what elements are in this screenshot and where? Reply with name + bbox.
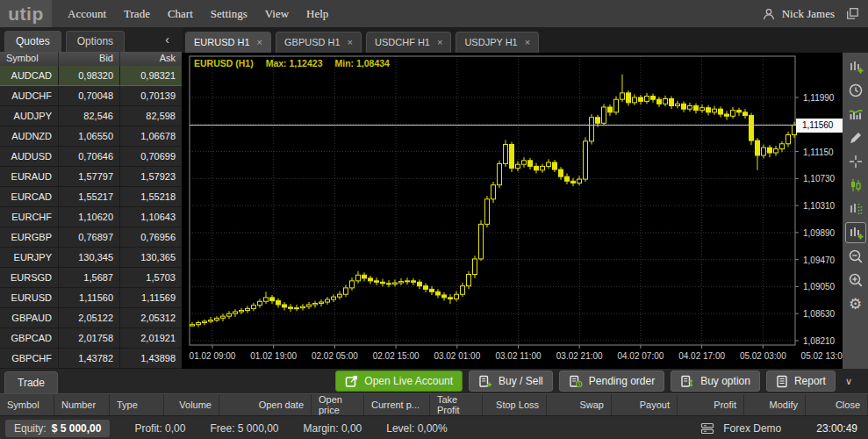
bars-view-icon (848, 201, 864, 217)
quote-row-eurgbp[interactable]: EURGBP0,768970,76956 (0, 227, 182, 248)
quote-row-eurusd[interactable]: EURUSD1,115601,11569 (0, 288, 182, 308)
quote-row-gbpchf[interactable]: GBPCHF1,437821,43898 (0, 349, 182, 369)
zoom-in-button[interactable] (845, 270, 866, 291)
symbol-cell: EURCHF (0, 207, 59, 227)
tab-quotes[interactable]: Quotes (4, 31, 61, 52)
menu-bar: utip AccountTradeChartSettingsViewHelp N… (0, 0, 868, 28)
server-time: 23:00:49 (816, 422, 857, 435)
quote-row-gbpaud[interactable]: GBPAUD2,051222,05312 (0, 308, 182, 328)
equity-label: Equity: (14, 422, 47, 435)
ask-cell: 1,5703 (120, 268, 182, 287)
crosshair-button[interactable] (845, 151, 866, 172)
menu-item-account[interactable]: Account (59, 7, 115, 21)
orders-column-symbol[interactable]: Symbol (0, 394, 54, 415)
time-axis-label: 04.02 17:00 (671, 351, 733, 361)
chart-tab-usdjpy[interactable]: USDJPY H1× (456, 32, 539, 53)
bid-cell: 1,55217 (59, 187, 120, 206)
time-axis-label: 02.02 05:00 (304, 351, 365, 361)
symbol-cell: AUDCHF (0, 86, 59, 105)
settings-button[interactable]: ⚙ (845, 293, 866, 314)
orders-column-payout[interactable]: Payout (612, 394, 678, 415)
quote-row-audjpy[interactable]: AUDJPY82,54682,598 (0, 106, 182, 126)
zoom-out-button[interactable] (845, 246, 866, 267)
close-tab-icon[interactable]: × (525, 32, 530, 53)
column-header-symbol[interactable]: Symbol (0, 52, 59, 66)
menu-item-view[interactable]: View (256, 7, 298, 21)
quote-row-audusd[interactable]: AUDUSD0,706460,70699 (0, 147, 182, 167)
trade-panel: Trade Open Live Account Buy / Sell Pendi… (0, 369, 868, 439)
chart-canvas[interactable]: EURUSD (H1)Max: 1,12423Min: 1,08434 1,11… (182, 53, 843, 369)
orders-column-number[interactable]: Number (54, 394, 110, 415)
indicators-button[interactable] (845, 104, 866, 125)
time-axis-label: 05.02 13:00 (793, 351, 843, 361)
quote-row-audchf[interactable]: AUDCHF0,700480,70139 (0, 86, 182, 106)
quote-row-audnzd[interactable]: AUDNZD1,065501,06678 (0, 126, 182, 147)
price-axis-label: 1,11990 (803, 93, 842, 103)
clock-icon (848, 83, 864, 98)
server-name[interactable]: Forex Demo (723, 422, 781, 435)
collapse-panel-icon[interactable]: ‹ (165, 33, 169, 46)
symbol-cell: EURAUD (0, 167, 59, 186)
chart-tab-label: EURUSD H1 (194, 32, 250, 53)
orders-column-type[interactable]: Type (110, 394, 164, 415)
menu-item-chart[interactable]: Chart (159, 7, 202, 21)
buy-sell-button[interactable]: Buy / Sell (469, 371, 553, 392)
time-axis-label: 04.02 07:00 (610, 351, 671, 361)
orders-column-close[interactable]: Close (806, 394, 868, 415)
chart-tab-gbpusd[interactable]: GBPUSD H1× (276, 32, 362, 53)
user-area[interactable]: Nick James (762, 7, 868, 21)
column-header-ask[interactable]: Ask (120, 52, 182, 66)
buy-option-button[interactable]: Buy option (671, 371, 760, 392)
orders-column-stop-loss[interactable]: Stop Loss (483, 394, 547, 415)
expand-panel-icon[interactable]: ∨ (842, 376, 859, 387)
time-axis-label: 03.02 21:00 (549, 351, 610, 361)
orders-column-modify[interactable]: Modify (744, 394, 806, 415)
chart-tab-bar: EURUSD H1×GBPUSD H1×USDCHF H1×USDJPY H1× (182, 27, 868, 53)
orders-column-volume[interactable]: Volume (164, 394, 219, 415)
candles-view-button[interactable] (845, 175, 866, 196)
price-axis-label: 1,08210 (803, 336, 842, 346)
price-axis-label: 1,08630 (803, 309, 842, 319)
tab-trade[interactable]: Trade (4, 371, 58, 393)
quote-row-gbpcad[interactable]: GBPCAD2,017582,01921 (0, 328, 182, 349)
orders-column-swap[interactable]: Swap (547, 394, 612, 415)
bars-view-button[interactable] (845, 198, 866, 220)
tab-options[interactable]: Options (66, 31, 125, 52)
chart-min-label: Min: 1,08434 (334, 58, 389, 68)
open-live-account-button[interactable]: Open Live Account (335, 371, 463, 392)
current-price-tag: 1,11560 (796, 119, 843, 133)
quote-row-eurcad[interactable]: EURCAD1,552171,55218 (0, 187, 182, 207)
orders-column-take-profit[interactable]: Take Profit (430, 394, 483, 415)
orders-column-open-price[interactable]: Open price (312, 394, 364, 415)
quote-row-euraud[interactable]: EURAUD1,577971,57923 (0, 167, 182, 187)
quote-row-eurjpy[interactable]: EURJPY130,345130,365 (0, 248, 182, 268)
column-header-bid[interactable]: Bid (59, 52, 120, 66)
close-tab-icon[interactable]: × (437, 32, 442, 53)
quote-row-eurchf[interactable]: EURCHF1,106201,10643 (0, 207, 182, 227)
orders-column-current-p[interactable]: Current p... (364, 394, 430, 415)
symbol-cell: EURSGD (0, 268, 59, 287)
active-chart-button[interactable] (845, 222, 866, 243)
chart-tab-usdchf[interactable]: USDCHF H1× (366, 32, 451, 53)
menu-item-trade[interactable]: Trade (115, 7, 159, 21)
quote-row-eursgd[interactable]: EURSGD1,56871,5703 (0, 268, 182, 288)
draw-button[interactable] (845, 127, 866, 148)
window-restore-icon[interactable] (846, 7, 859, 20)
status-bar: Equity: $ 5 000,00 Profit: 0,00 Free: 5 … (0, 415, 868, 439)
gear-icon: ⚙ (849, 297, 862, 312)
new-chart-button[interactable] (845, 56, 866, 77)
quote-row-audcad[interactable]: AUDCAD0,983200,98321 (0, 66, 182, 86)
new-chart-icon (848, 59, 864, 75)
bid-cell: 82,546 (59, 106, 120, 126)
orders-column-open-date[interactable]: Open date (219, 394, 312, 415)
pending-order-button[interactable]: Pending order (559, 371, 664, 392)
chart-tab-eurusd[interactable]: EURUSD H1× (185, 32, 271, 53)
menu-item-settings[interactable]: Settings (202, 7, 256, 21)
close-tab-icon[interactable]: × (257, 32, 262, 53)
report-button[interactable]: Report (766, 371, 836, 392)
timeframe-button[interactable] (845, 80, 866, 101)
menu-item-help[interactable]: Help (298, 7, 337, 21)
time-axis-label: 01.02 09:00 (182, 351, 243, 361)
close-tab-icon[interactable]: × (348, 32, 353, 53)
orders-column-profit[interactable]: Profit (678, 394, 744, 415)
